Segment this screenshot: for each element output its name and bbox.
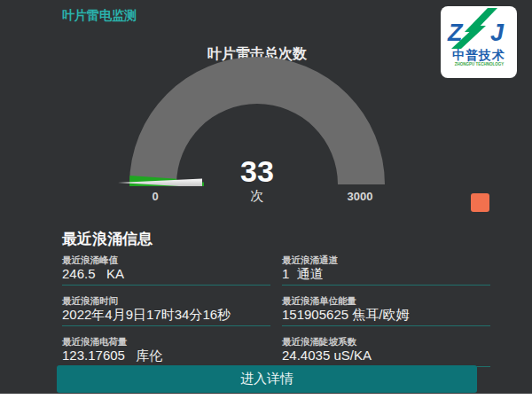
company-logo: Z J 中普技术 ZHONGPU TECHNOLOGY: [441, 6, 517, 78]
field-value: 123.17605 库伦: [62, 348, 270, 363]
legend-marker[interactable]: [471, 193, 489, 212]
gauge-value: 33: [168, 156, 346, 186]
field-label: 最近浪涌时间: [62, 295, 270, 307]
field-value: 24.4035 uS/KA: [282, 348, 490, 363]
field-surge-channel: 最近浪涌通道 1 通道: [282, 254, 490, 286]
field-label: 最近浪涌通道: [282, 254, 490, 266]
field-value: 2022年4月9日17时34分16秒: [62, 307, 270, 322]
gauge-min-label: 0: [129, 190, 182, 203]
field-label: 最近浪涌单位能量: [282, 295, 490, 307]
surge-section-title: 最近浪涌信息: [62, 229, 490, 249]
logo-company-name-en: ZHONGPU TECHNOLOGY: [454, 62, 504, 66]
surge-field-grid: 最近浪涌峰值 246.5 KA 最近浪涌通道 1 通道 最近浪涌时间 2022年…: [62, 254, 490, 367]
field-surge-unit-energy: 最近浪涌单位能量 151905625 焦耳/欧姆: [282, 295, 490, 326]
field-label: 最近浪涌陡坡系数: [282, 336, 490, 348]
dashboard-panel: 叶片雷电监测 Z J 中普技术 ZHONGPU TECHNOLOGY 叶片雷击总…: [0, 0, 532, 394]
field-label: 最近浪涌电荷量: [62, 336, 270, 348]
field-value: 151905625 焦耳/欧姆: [282, 307, 490, 322]
field-value: 1 通道: [282, 266, 490, 281]
field-surge-slope-coefficient: 最近浪涌陡坡系数 24.4035 uS/KA: [282, 336, 490, 367]
field-label: 最近浪涌峰值: [62, 254, 270, 266]
gauge-unit: 次: [168, 188, 346, 205]
logo-letter-j: J: [490, 20, 505, 46]
field-surge-peak: 最近浪涌峰值 246.5 KA: [62, 254, 270, 286]
enter-details-button[interactable]: 进入详情: [57, 365, 477, 393]
surge-info-section: 最近浪涌信息 最近浪涌峰值 246.5 KA 最近浪涌通道 1 通道 最近浪涌时…: [62, 229, 490, 367]
field-value: 246.5 KA: [62, 266, 270, 281]
logo-company-name: 中普技术: [452, 49, 505, 62]
gauge-max-label: 3000: [333, 190, 387, 203]
field-surge-time: 最近浪涌时间 2022年4月9日17时34分16秒: [62, 295, 270, 326]
logo-emblem-icon: Z J: [447, 8, 511, 49]
page-title: 叶片雷电监测: [62, 8, 137, 24]
field-surge-charge: 最近浪涌电荷量 123.17605 库伦: [62, 336, 270, 367]
